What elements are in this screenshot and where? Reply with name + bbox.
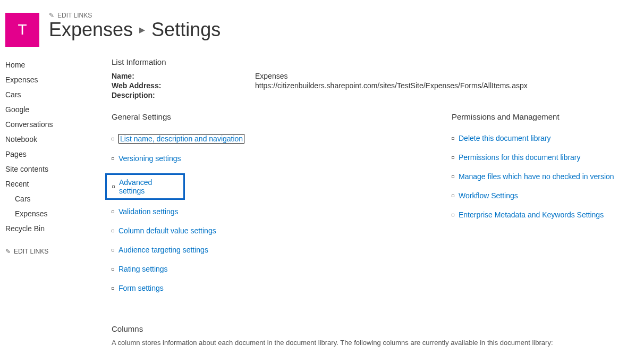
bullet-icon (452, 214, 454, 216)
edit-links-top-label: EDIT LINKS (57, 12, 92, 19)
edit-links-side[interactable]: ✎ EDIT LINKS (5, 248, 96, 255)
nav-recent-cars[interactable]: Cars (5, 191, 96, 206)
bullet-icon (112, 157, 114, 160)
list-info-heading: List Information (112, 57, 639, 66)
link-versioning-settings-label: Versioning settings (118, 154, 181, 163)
highlight-advanced-settings: Advanced settings (105, 173, 185, 200)
link-validation-settings[interactable]: Validation settings (112, 207, 409, 216)
list-info-grid: Name: Expenses Web Address: https://citi… (112, 72, 639, 99)
breadcrumb-site[interactable]: Expenses (49, 19, 133, 40)
bullet-icon (112, 249, 114, 251)
bullet-icon (452, 175, 454, 178)
edit-links-side-label: EDIT LINKS (14, 248, 48, 255)
nav-pages[interactable]: Pages (5, 147, 96, 162)
link-enterprise-metadata[interactable]: Enterprise Metadata and Keywords Setting… (452, 211, 614, 219)
link-delete-library-label: Delete this document library (459, 134, 551, 142)
chevron-right-icon: ▸ (138, 23, 146, 36)
list-name-label: Name: (112, 72, 255, 80)
breadcrumb: Expenses ▸ Settings (49, 19, 221, 40)
bullet-icon (112, 230, 114, 232)
nav-google[interactable]: Google (5, 102, 96, 117)
list-desc-value (255, 91, 639, 99)
nav-expenses[interactable]: Expenses (5, 72, 96, 87)
nav-home[interactable]: Home (5, 57, 96, 72)
bullet-icon (452, 156, 454, 159)
bullet-icon (112, 138, 114, 140)
link-advanced-settings-label: Advanced settings (119, 178, 178, 195)
columns-heading: Columns (112, 324, 639, 333)
nav-recent[interactable]: Recent (5, 176, 96, 191)
link-delete-library[interactable]: Delete this document library (452, 134, 614, 142)
link-list-name-desc-nav[interactable]: List name, description and navigation (112, 134, 409, 144)
permissions-heading: Permissions and Management (452, 112, 614, 121)
link-workflow-settings[interactable]: Workflow Settings (452, 191, 614, 200)
general-settings-col: General Settings List name, description … (112, 112, 409, 303)
list-desc-label: Description: (112, 91, 255, 99)
nav-site-contents[interactable]: Site contents (5, 162, 96, 176)
main-content: List Information Name: Expenses Web Addr… (112, 54, 639, 347)
link-form-settings[interactable]: Form settings (112, 284, 409, 292)
link-form-settings-label: Form settings (118, 284, 164, 292)
link-manage-unchecked-files-label: Manage files which have no checked in ve… (459, 172, 614, 181)
page-header: T ✎ EDIT LINKS Expenses ▸ Settings (5, 10, 639, 47)
nav-recycle-bin[interactable]: Recycle Bin (5, 221, 96, 236)
site-logo-letter: T (18, 21, 27, 38)
link-audience-targeting-label: Audience targeting settings (118, 246, 208, 254)
link-rating-settings[interactable]: Rating settings (112, 265, 409, 273)
columns-description: A column stores information about each d… (112, 339, 639, 347)
link-column-default-value[interactable]: Column default value settings (112, 226, 409, 235)
pencil-icon: ✎ (49, 12, 54, 19)
bullet-icon (112, 186, 115, 188)
link-enterprise-metadata-label: Enterprise Metadata and Keywords Setting… (459, 211, 604, 219)
bullet-icon (452, 137, 454, 140)
nav-conversations[interactable]: Conversations (5, 117, 96, 132)
columns-section: Columns A column stores information abou… (112, 324, 639, 347)
link-versioning-settings[interactable]: Versioning settings (112, 154, 409, 163)
general-settings-heading: General Settings (112, 112, 409, 121)
left-nav: Home Expenses Cars Google Conversations … (5, 54, 96, 347)
bullet-icon (112, 268, 114, 271)
link-validation-settings-label: Validation settings (118, 207, 179, 216)
link-list-name-desc-nav-label: List name, description and navigation (118, 134, 244, 144)
list-name-value: Expenses (255, 72, 639, 80)
link-permissions-library[interactable]: Permissions for this document library (452, 153, 614, 162)
permissions-col: Permissions and Management Delete this d… (452, 112, 614, 303)
list-web-label: Web Address: (112, 81, 255, 90)
nav-recent-expenses[interactable]: Expenses (5, 206, 96, 221)
link-column-default-value-label: Column default value settings (118, 226, 216, 235)
breadcrumb-page: Settings (151, 19, 221, 40)
site-logo[interactable]: T (5, 13, 39, 47)
link-rating-settings-label: Rating settings (118, 265, 168, 273)
bullet-icon (452, 195, 454, 197)
link-permissions-library-label: Permissions for this document library (459, 153, 581, 162)
link-advanced-settings[interactable]: Advanced settings (112, 178, 178, 195)
list-web-value[interactable]: https://citizenbuilders.sharepoint.com/s… (255, 81, 639, 90)
nav-notebook[interactable]: Notebook (5, 132, 96, 147)
edit-links-top[interactable]: ✎ EDIT LINKS (49, 12, 221, 19)
pencil-icon: ✎ (5, 248, 11, 255)
nav-cars[interactable]: Cars (5, 87, 96, 102)
link-workflow-settings-label: Workflow Settings (459, 191, 518, 200)
link-audience-targeting[interactable]: Audience targeting settings (112, 246, 409, 254)
bullet-icon (112, 287, 114, 290)
link-manage-unchecked-files[interactable]: Manage files which have no checked in ve… (452, 172, 614, 181)
bullet-icon (112, 211, 114, 213)
